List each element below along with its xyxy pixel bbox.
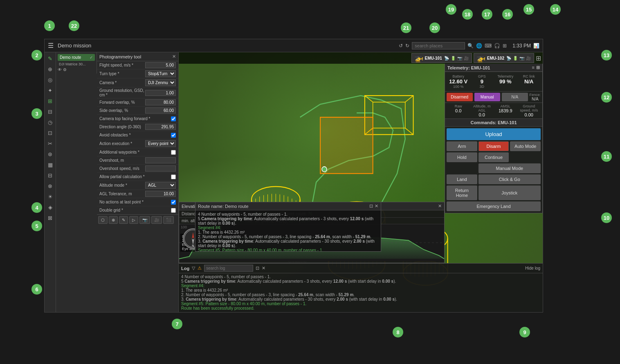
param-check-double-grid[interactable] xyxy=(171,208,176,213)
continue-button[interactable]: Continue xyxy=(478,152,509,162)
log-entry-2: 5 Camera triggering by time: Automatical… xyxy=(181,279,540,284)
telemetry-menu-icon[interactable]: ≡ xyxy=(532,65,535,70)
sidebar-icon-box[interactable]: ⊡ xyxy=(46,128,55,137)
joystick-button[interactable]: Joystick xyxy=(478,185,541,200)
param-input-forward-overlap[interactable] xyxy=(145,99,176,105)
param-select-altitude-mode[interactable]: AGL xyxy=(145,182,176,189)
search-icon[interactable]: 🔍 xyxy=(467,43,474,49)
hide-log-button[interactable]: Hide log xyxy=(525,266,540,270)
drone-icon-video-102[interactable]: 🎥 xyxy=(526,56,531,61)
toolbar-btn-6[interactable]: 🎥 xyxy=(151,216,162,224)
emergency-land-button[interactable]: Emergency Land xyxy=(447,201,541,211)
badge-21: 21 xyxy=(401,22,411,33)
drone-icon-signal[interactable]: 📡 xyxy=(444,56,449,61)
menu-icon[interactable]: ☰ xyxy=(48,42,54,49)
sidebar-icon-cut[interactable]: ✂ xyxy=(46,139,55,148)
globe-icon[interactable]: 🌐 xyxy=(476,43,482,49)
param-label-overshoot: Overshoot, m xyxy=(99,158,145,163)
fence-group: Fence: N/A xyxy=(530,93,541,101)
param-select-action-exec[interactable]: Every point xyxy=(145,140,176,147)
redo-icon[interactable]: ↻ xyxy=(405,43,409,49)
elevation-close-icon[interactable]: ✕ xyxy=(438,203,442,209)
disarm-button[interactable]: Disarm xyxy=(478,141,509,151)
toolbar-btn-1[interactable]: ⬡ xyxy=(98,216,108,224)
drone-icon-signal-102[interactable]: 📡 xyxy=(506,56,512,61)
sidebar-icon-sun[interactable]: ☀ xyxy=(46,192,55,201)
param-check-partial-calc[interactable] xyxy=(171,174,176,179)
search-places-input[interactable] xyxy=(412,42,465,49)
manual-mode-button[interactable]: Manual Mode xyxy=(478,163,541,173)
keyboard-icon[interactable]: ⌨ xyxy=(485,43,492,49)
param-input-side-overlap[interactable] xyxy=(145,107,176,114)
log-entry-5: 3. Camera triggering by time: Automatica… xyxy=(181,297,540,301)
sidebar-icon-location[interactable]: ◎ xyxy=(46,75,55,84)
sidebar-icon-close[interactable]: ⊗ xyxy=(46,181,55,190)
log-search-input[interactable] xyxy=(204,265,253,272)
param-input-agl-tolerance[interactable] xyxy=(145,191,176,197)
sidebar-icon-grid[interactable]: ⊞ xyxy=(46,96,55,105)
param-input-flight-speed[interactable] xyxy=(145,62,176,68)
sidebar-icon-clock[interactable]: ◷ xyxy=(46,118,55,127)
route-eye-icon[interactable]: 👁 xyxy=(58,67,62,72)
drone-icon-camera[interactable]: 📷 xyxy=(457,56,463,61)
param-check-camera-top[interactable] xyxy=(171,116,176,121)
land-button[interactable]: Land xyxy=(447,174,477,184)
photogrammetry-close-icon[interactable]: ✕ xyxy=(172,54,176,59)
param-select-camera[interactable]: DJI Zenmu... xyxy=(145,79,176,86)
toolbar-btn-5[interactable]: 📷 xyxy=(139,216,150,224)
commands-title: Commands: EMU-101 xyxy=(470,120,517,125)
drone-icon-battery-102[interactable]: 🔋 xyxy=(512,56,518,61)
arm-button[interactable]: Arm xyxy=(447,141,477,151)
sidebar-icon-pattern[interactable]: ▦ xyxy=(46,160,55,169)
sidebar-icon-add[interactable]: ⊕ xyxy=(46,65,55,74)
click-go-button[interactable]: Click & Go xyxy=(478,174,541,184)
drone-icon-camera-102[interactable]: 📷 xyxy=(519,56,525,61)
log-warning-icon[interactable]: ⚠ xyxy=(198,266,202,271)
sidebar-icon-tools[interactable]: ✦ xyxy=(46,86,55,95)
log-filter-icon[interactable]: ▽ xyxy=(192,266,195,271)
sidebar-icon-list[interactable]: ⊟ xyxy=(46,107,55,116)
sidebar-icon-target[interactable]: ⊛ xyxy=(46,150,55,159)
telemetry-expand-icon[interactable]: ⊞ xyxy=(536,65,540,70)
param-check-avoid-obstacles[interactable] xyxy=(171,133,176,138)
route-settings-icon[interactable]: ⚙ xyxy=(63,67,67,72)
grid-icon[interactable]: ⊞ xyxy=(503,43,507,49)
drone-expand-icon[interactable]: ⊞ xyxy=(536,54,541,62)
log-close-icon[interactable]: ✕ xyxy=(262,266,265,271)
param-input-direction[interactable] xyxy=(145,124,176,130)
toolbar-btn-2[interactable]: ⊕ xyxy=(109,216,118,224)
param-check-no-actions-last[interactable] xyxy=(171,200,176,205)
sidebar-icon-diamond[interactable]: ◈ xyxy=(46,203,55,212)
svg-line-5 xyxy=(405,128,413,135)
toolbar-btn-4[interactable]: ▷ xyxy=(129,216,138,224)
sidebar-icon-square[interactable]: ⊠ xyxy=(46,213,55,222)
status-disarmed-btn[interactable]: Disarmed xyxy=(447,93,473,101)
param-check-additional-wp[interactable] xyxy=(171,150,176,155)
undo-icon[interactable]: ↺ xyxy=(399,43,403,49)
status-manual-btn[interactable]: Manual xyxy=(474,93,501,101)
param-input-overshoot[interactable] xyxy=(145,157,176,163)
param-input-gsd[interactable] xyxy=(145,90,176,96)
chart-icon[interactable]: 📊 xyxy=(533,43,539,49)
telem-battery-voltage: 12.60 V xyxy=(447,78,469,85)
map-area[interactable]: Svitene 🚁 EMU-101 📡 🔋 📷 🎥 🚁 EMU-102 📡 xyxy=(179,52,543,312)
toolbar-btn-3[interactable]: ✎ xyxy=(119,216,128,224)
route-popup-copy-icon[interactable]: ⊡ xyxy=(369,203,373,209)
drone-icon-video[interactable]: 🎥 xyxy=(463,56,469,61)
sidebar-icon-minus[interactable]: ⊟ xyxy=(46,171,55,180)
status-na-btn[interactable]: N/A xyxy=(502,93,528,101)
badge-20: 20 xyxy=(429,22,440,33)
param-input-overshoot-speed[interactable] xyxy=(145,165,176,172)
log-copy-icon[interactable]: ⊡ xyxy=(256,266,259,271)
route-popup-close-icon[interactable]: ✕ xyxy=(375,203,378,209)
sidebar-icon-edit[interactable]: ✎ xyxy=(46,54,55,63)
auto-mode-button[interactable]: Auto Mode xyxy=(510,141,541,151)
return-home-button[interactable]: Return Home xyxy=(447,185,477,200)
drone-icon-battery[interactable]: 🔋 xyxy=(450,56,456,61)
toolbar-btn-7[interactable]: ⬛ xyxy=(163,216,174,224)
route-item[interactable]: Demo route ✓ xyxy=(58,54,95,61)
hold-button[interactable]: Hold xyxy=(447,152,477,162)
upload-button[interactable]: Upload xyxy=(447,128,541,140)
headset-icon[interactable]: 🎧 xyxy=(494,43,500,49)
param-select-turn-type[interactable]: Stop&Turn xyxy=(145,70,176,77)
